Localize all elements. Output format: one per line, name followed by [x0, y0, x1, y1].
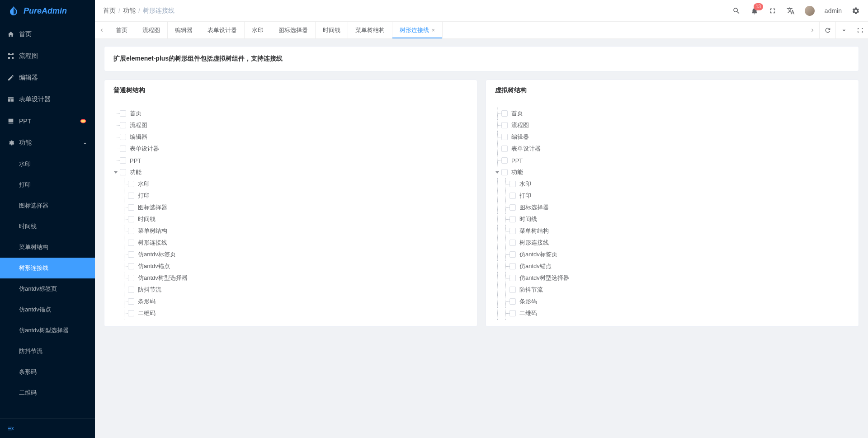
tree-node[interactable]: 二维码 — [112, 307, 472, 319]
tree-node[interactable]: 二维码 — [493, 307, 854, 319]
tree-node[interactable]: 仿antdv标签页 — [493, 249, 854, 260]
tree-node[interactable]: 流程图 — [493, 119, 854, 131]
tab-菜单树结构[interactable]: 菜单树结构 — [348, 22, 392, 38]
tree-node[interactable]: 条形码 — [493, 296, 854, 307]
tree-node[interactable]: 水印 — [493, 178, 854, 190]
tree-checkbox[interactable] — [128, 181, 134, 187]
tree-checkbox[interactable] — [128, 310, 134, 316]
sidebar-item-表单设计器[interactable]: 表单设计器 — [0, 89, 95, 110]
tree-virtual[interactable]: 首页流程图编辑器表单设计器PPT功能水印打印图标选择器时间线菜单树结构树形连接线… — [493, 108, 857, 320]
tree-normal[interactable]: 首页流程图编辑器表单设计器PPT功能水印打印图标选择器时间线菜单树结构树形连接线… — [112, 108, 475, 320]
tree-checkbox[interactable] — [501, 122, 508, 128]
tree-node[interactable]: 菜单树结构 — [493, 225, 854, 237]
fullscreen-icon[interactable] — [769, 7, 777, 15]
search-icon[interactable] — [732, 7, 741, 15]
tree-checkbox[interactable] — [120, 169, 126, 175]
tree-checkbox[interactable] — [501, 169, 508, 175]
tab-options-button[interactable] — [835, 22, 852, 38]
tree-node[interactable]: 时间线 — [493, 213, 854, 225]
sidebar-item-首页[interactable]: 首页 — [0, 24, 95, 45]
tree-node[interactable]: 仿antdv树型选择器 — [493, 272, 854, 284]
tree-checkbox[interactable] — [509, 287, 516, 293]
sidebar-subitem-仿antdv锚点[interactable]: 仿antdv锚点 — [0, 299, 95, 320]
tree-checkbox[interactable] — [509, 275, 516, 281]
tree-node[interactable]: 图标选择器 — [493, 202, 854, 213]
sidebar-subitem-二维码[interactable]: 二维码 — [0, 382, 95, 403]
tree-checkbox[interactable] — [501, 110, 508, 117]
tree-checkbox[interactable] — [128, 228, 134, 234]
tab-流程图[interactable]: 流程图 — [135, 22, 168, 38]
sidebar-subitem-防抖节流[interactable]: 防抖节流 — [0, 341, 95, 362]
expand-toggle[interactable] — [493, 166, 501, 178]
tree-node[interactable]: 编辑器 — [493, 131, 854, 143]
content-fullscreen-button[interactable] — [852, 22, 868, 38]
sidebar-subitem-图标选择器[interactable]: 图标选择器 — [0, 195, 95, 216]
tree-node[interactable]: 树形连接线 — [112, 237, 472, 249]
tree-checkbox[interactable] — [509, 240, 516, 246]
close-icon[interactable]: × — [432, 27, 435, 33]
tree-node[interactable]: 区域级联选择器 — [112, 319, 472, 320]
sidebar-subitem-条形码[interactable]: 条形码 — [0, 362, 95, 382]
sidebar-subitem-仿antdv标签页[interactable]: 仿antdv标签页 — [0, 278, 95, 299]
tree-checkbox[interactable] — [509, 251, 516, 258]
avatar[interactable] — [805, 6, 815, 16]
tree-node[interactable]: 表单设计器 — [493, 143, 854, 155]
tabs-prev-button[interactable] — [95, 22, 108, 38]
sidebar-item-编辑器[interactable]: 编辑器 — [0, 67, 95, 89]
tree-checkbox[interactable] — [501, 134, 508, 140]
tree-checkbox[interactable] — [509, 298, 516, 305]
sidebar-item-功能[interactable]: 功能 — [0, 132, 95, 154]
tree-node[interactable]: 区域级联选择器 — [493, 319, 854, 320]
tree-checkbox[interactable] — [501, 146, 508, 152]
sidebar-subitem-菜单树结构[interactable]: 菜单树结构 — [0, 237, 95, 258]
tree-node[interactable]: 表单设计器 — [112, 143, 472, 155]
tab-树形连接线[interactable]: 树形连接线× — [392, 22, 443, 38]
tree-checkbox[interactable] — [128, 193, 134, 199]
breadcrumb-item[interactable]: 功能 — [123, 7, 136, 15]
tree-node[interactable]: 条形码 — [112, 296, 472, 307]
tree-node[interactable]: 首页 — [493, 108, 854, 119]
sidebar-item-PPT[interactable]: PPT — [0, 110, 95, 132]
tree-checkbox[interactable] — [120, 110, 126, 117]
tree-checkbox[interactable] — [120, 122, 126, 128]
language-icon[interactable] — [787, 7, 795, 15]
tree-checkbox[interactable] — [128, 275, 134, 281]
expand-toggle[interactable] — [112, 166, 120, 178]
tree-checkbox[interactable] — [128, 298, 134, 305]
tree-checkbox[interactable] — [509, 310, 516, 316]
tree-node[interactable]: 打印 — [493, 190, 854, 202]
tab-首页[interactable]: 首页 — [108, 22, 135, 38]
tree-node[interactable]: PPT — [112, 155, 472, 166]
tree-node[interactable]: 防抖节流 — [493, 284, 854, 296]
tree-checkbox[interactable] — [128, 287, 134, 293]
username[interactable]: admin — [825, 7, 842, 14]
tree-node[interactable]: 打印 — [112, 190, 472, 202]
notifications-icon[interactable]: 13 — [750, 7, 759, 15]
sidebar-subitem-时间线[interactable]: 时间线 — [0, 216, 95, 237]
tree-checkbox[interactable] — [128, 263, 134, 269]
sidebar-subitem-树形连接线[interactable]: 树形连接线 — [0, 258, 95, 278]
tree-node[interactable]: 仿antdv锚点 — [493, 260, 854, 272]
tree-checkbox[interactable] — [128, 240, 134, 246]
tree-node[interactable]: 图标选择器 — [112, 202, 472, 213]
tabs-next-button[interactable] — [806, 22, 819, 38]
tree-checkbox[interactable] — [501, 157, 508, 164]
tree-checkbox[interactable] — [509, 181, 516, 187]
tree-checkbox[interactable] — [120, 146, 126, 152]
sidebar-subitem-水印[interactable]: 水印 — [0, 154, 95, 174]
tab-水印[interactable]: 水印 — [245, 22, 271, 38]
tree-node[interactable]: 功能 — [493, 166, 854, 178]
tab-编辑器[interactable]: 编辑器 — [168, 22, 200, 38]
tree-node[interactable]: PPT — [493, 155, 854, 166]
tree-checkbox[interactable] — [128, 251, 134, 258]
tree-node[interactable]: 时间线 — [112, 213, 472, 225]
tree-node[interactable]: 树形连接线 — [493, 237, 854, 249]
tree-node[interactable]: 仿antdv锚点 — [112, 260, 472, 272]
tree-node[interactable]: 首页 — [112, 108, 472, 119]
tree-checkbox[interactable] — [128, 216, 134, 222]
tree-checkbox[interactable] — [509, 193, 516, 199]
breadcrumb-item[interactable]: 首页 — [103, 7, 116, 15]
tree-node[interactable]: 菜单树结构 — [112, 225, 472, 237]
sidebar-subitem-仿antdv树型选择器[interactable]: 仿antdv树型选择器 — [0, 320, 95, 341]
tab-时间线[interactable]: 时间线 — [316, 22, 348, 38]
